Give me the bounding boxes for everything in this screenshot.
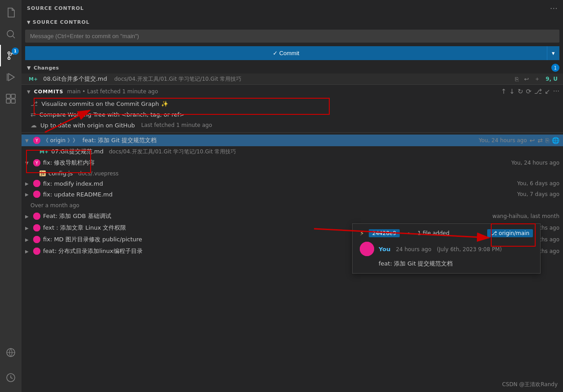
commit-row-3[interactable]: ▶ fix: update README.md You, 7 days ago <box>22 189 563 200</box>
discard-icon[interactable]: ↩ <box>524 76 529 83</box>
svg-text:Y: Y <box>35 161 39 166</box>
commits-branch: main • Last fetched 1 minute ago <box>67 88 158 95</box>
uptodate-meta: Last fetched 1 minute ago <box>141 122 212 128</box>
separator <box>22 132 563 133</box>
branch-icon[interactable]: ⎇ <box>534 87 542 96</box>
line-changes: 9, U <box>546 76 558 82</box>
commit-1-author: You, 24 hours ago <box>511 160 559 166</box>
tooltip-author-info: You 24 hours ago (July 6th, 2023 9:08 PM… <box>379 246 533 253</box>
changes-count-badge: 1 <box>551 64 559 72</box>
commit-1-file-0[interactable]: js config.js docs/.vuepress <box>22 169 563 178</box>
sync-icon[interactable]: ⟳ <box>526 87 532 96</box>
source-control-section-label[interactable]: ▼ SOURCE CONTROL <box>22 17 563 28</box>
commit-row-1[interactable]: ▼ Y fix: 修改导航栏内容 You, 24 hours ago <box>22 157 563 169</box>
change-file-item[interactable]: M+ 08.Git合并多个提交.md docs/04.开发工具/01.Git 学… <box>22 74 563 84</box>
commit-0-chevron: ▼ <box>25 138 31 143</box>
push-icon[interactable]: ↑ <box>501 87 507 96</box>
graph-icon: ⎇ <box>31 100 38 107</box>
svg-point-20 <box>33 224 40 231</box>
sidebar-header: SOURCE CONTROL ··· <box>22 0 563 17</box>
changes-header-left: ▼ Changes <box>27 65 59 71</box>
commit-7-chevron: ▶ <box>25 249 31 254</box>
commits-section: ▼ COMMITS main • Last fetched 1 minute a… <box>22 84 563 135</box>
commit-0-avatar: Y <box>33 137 40 144</box>
commit-tooltip: ⚡ 24428e9 • 1 file added ⎇ origin/main Y… <box>352 223 541 274</box>
tooltip-lightning: ⚡ <box>360 230 364 237</box>
commit-0-author: You, 24 hours ago <box>479 137 527 144</box>
tooltip-date: (July 6th, 2023 9:08 PM) <box>437 246 502 253</box>
activity-icon-search[interactable] <box>0 23 22 45</box>
commit-0-open[interactable]: 🌐 <box>552 137 559 144</box>
commit-button[interactable]: ✓ Commit <box>25 46 547 60</box>
commit-7-avatar <box>33 248 40 255</box>
cloud-icon: ☁ <box>31 122 37 129</box>
stage-icon[interactable]: ＋ <box>534 75 540 83</box>
commit-0-file-0[interactable]: M+ 07.Git提交规范.md docs/04.开发工具/01.Git 学习笔… <box>22 146 563 157</box>
commit-3-avatar <box>33 191 40 198</box>
header-more-button[interactable]: ··· <box>550 4 558 13</box>
svg-line-1 <box>13 36 15 39</box>
source-control-badge: 1 <box>12 48 19 55</box>
svg-text:Y: Y <box>35 138 39 143</box>
sidebar: SOURCE CONTROL ··· ▼ SOURCE CONTROL ✓ Co… <box>22 0 563 392</box>
file-1-path: docs/.vuepress <box>78 170 118 177</box>
change-filename: 08.Git合并多个提交.md <box>43 75 107 83</box>
commits-chevron: ▼ <box>27 89 31 94</box>
compare-icon: ⇄ <box>31 111 36 118</box>
commit-0-undo[interactable]: ↩ <box>530 137 535 144</box>
commit-message-input[interactable] <box>25 30 559 43</box>
tooltip-author-name: You <box>379 246 390 253</box>
commit-0-copy[interactable]: ⎘ <box>546 137 549 144</box>
commit-4-message: Feat: 添加 GDB 基础调试 <box>43 212 489 220</box>
commit-2-message: fix: modify index.md <box>43 180 515 187</box>
commit-4-avatar <box>33 213 40 220</box>
bottom-credit: CSDN @王清欢Randy <box>502 381 558 388</box>
svg-point-21 <box>33 236 40 243</box>
tooltip-time: 24 hours ago <box>396 246 432 253</box>
open-file-icon[interactable]: ⎘ <box>515 76 519 83</box>
change-file-badge: M+ <box>29 76 38 82</box>
file-0-name: 07.Git提交规范.md <box>51 148 104 156</box>
more-icon[interactable]: ··· <box>553 87 559 96</box>
changes-header: ▼ Changes 1 <box>22 62 563 74</box>
compare-item[interactable]: ⇄ Compare Working Tree with <branch, tag… <box>22 109 563 120</box>
commit-0-compare[interactable]: ⇄ <box>537 137 543 144</box>
tooltip-hash: 24428e9 <box>369 229 400 237</box>
commit-row-2[interactable]: ▶ fix: modify index.md You, 6 days ago <box>22 178 563 189</box>
svg-rect-7 <box>6 94 10 98</box>
fetch-icon[interactable]: ↻ <box>518 87 524 96</box>
uptodate-item[interactable]: ☁ Up to date with origin on GitHub Last … <box>22 120 563 131</box>
svg-point-23 <box>360 242 374 256</box>
sidebar-title: SOURCE CONTROL <box>27 5 84 11</box>
commit-row-4[interactable]: ▶ Feat: 添加 GDB 基础调试 wang-haihua, last mo… <box>22 210 563 222</box>
commits-label: COMMITS <box>34 89 64 95</box>
changes-chevron: ▼ <box>27 65 31 71</box>
visualize-commits-item[interactable]: ⎇ Visualize commits on the Commit Graph … <box>22 98 563 109</box>
activity-icon-source-control[interactable]: 1 <box>0 45 22 66</box>
commit-1-chevron: ▼ <box>25 161 31 166</box>
svg-point-19 <box>33 213 40 220</box>
svg-rect-10 <box>11 99 15 103</box>
file-0-path: docs/04.开发工具/01.Git 学习笔记/10.Git 常用技巧 <box>109 148 236 156</box>
time-separator: Over a month ago <box>22 200 563 210</box>
activity-icon-remote[interactable] <box>0 342 22 363</box>
commit-0-actions: ↩ ⇄ ⎘ 🌐 <box>530 137 559 144</box>
commits-header: ▼ COMMITS main • Last fetched 1 minute a… <box>22 84 563 98</box>
commit-4-meta: wang-haihua, last month <box>492 213 559 219</box>
message-input-wrap <box>22 28 563 44</box>
file-0-badge: M+ <box>39 149 48 155</box>
activity-icon-files[interactable] <box>0 2 22 23</box>
file-1-name: config.js <box>48 170 73 177</box>
pull-icon[interactable]: ↓ <box>509 87 515 96</box>
change-filepath: docs/04.开发工具/01.Git 学习笔记/10.Git 常用技巧 <box>114 75 242 83</box>
commit-5-avatar <box>33 224 40 231</box>
activity-icon-extensions[interactable] <box>0 88 22 109</box>
activity-icon-run[interactable] <box>0 66 22 88</box>
activity-bar: 1 <box>0 0 22 392</box>
commit-chevron-button[interactable]: ▾ <box>547 46 559 60</box>
svg-marker-5 <box>9 74 14 81</box>
activity-icon-history[interactable] <box>0 367 22 388</box>
commit-3-meta: You, 7 days ago <box>517 191 559 197</box>
commit-row-0[interactable]: ▼ Y 《 origin 》》 feat: 添加 Git 提交规范文档 You,… <box>22 135 563 146</box>
stash-icon[interactable]: ↙ <box>545 87 550 96</box>
